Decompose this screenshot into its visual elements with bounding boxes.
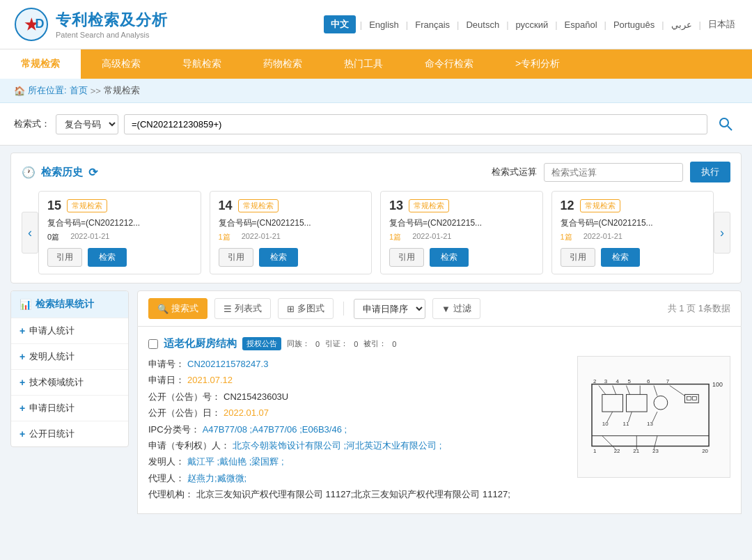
refresh-icon[interactable]: ⟳ bbox=[88, 166, 97, 179]
detail-row-appdate: 申请日： 2021.07.12 bbox=[148, 372, 567, 388]
search-action-button[interactable]: 检索 bbox=[88, 248, 127, 267]
nav-patent-analysis[interactable]: >专利分析 bbox=[494, 49, 581, 79]
stats-item-applicant[interactable]: + 申请人统计 bbox=[11, 318, 128, 343]
cite-button[interactable]: 引用 bbox=[47, 248, 82, 267]
card-date: 2022-01-21 bbox=[242, 232, 281, 242]
detail-row-agent: 代理人： 赵燕力;臧微微; bbox=[148, 470, 567, 486]
nav-navigation-search[interactable]: 导航检索 bbox=[162, 49, 242, 79]
history-header: 🕐 检索历史 ⟳ 检索式运算 执行 bbox=[22, 162, 730, 182]
card-count: 1篇 bbox=[389, 232, 401, 242]
ipc-link[interactable]: A47B77/08 ;A47B77/06 ;E06B3/46 ; bbox=[203, 421, 347, 437]
sort-select[interactable]: 申请日降序 申请日升序 公开日降序 bbox=[354, 299, 425, 319]
app-number-link[interactable]: CN202121578247.3 bbox=[187, 356, 268, 372]
applicant-link[interactable]: 北京今朝装饰设计有限公司 ;河北英迈木业有限公司 ; bbox=[233, 437, 441, 453]
filter-icon: ▼ bbox=[441, 304, 451, 314]
execute-button[interactable]: 执行 bbox=[690, 162, 730, 182]
search-type-select[interactable]: 复合号码 申请号 公开号 bbox=[56, 114, 118, 134]
detail-row-pubno: 公开（公告）号： CN215423603U bbox=[148, 389, 567, 405]
view-list-mode[interactable]: ☰ 列表式 bbox=[214, 298, 271, 319]
patent-drawing: 100 2 3 4 5 6 7 bbox=[578, 357, 730, 477]
detail-row-agency: 代理机构： 北京三友知识产权代理有限公司 11127;北京三友知识产权代理有限公… bbox=[148, 486, 567, 502]
logo-text: 专利检索及分析 Patent Search and Analysis bbox=[56, 10, 168, 39]
svg-text:1: 1 bbox=[593, 448, 596, 454]
cite-button[interactable]: 引用 bbox=[561, 248, 595, 267]
card-tag: 常规检索 bbox=[409, 199, 449, 212]
detail-row-inventor: 发明人： 戴江平 ;戴仙艳 ;梁国辉 ; bbox=[148, 453, 567, 469]
formula-input[interactable] bbox=[544, 163, 683, 182]
home-icon: 🏠 bbox=[14, 86, 25, 96]
view-search-mode[interactable]: 🔍 搜索式 bbox=[148, 298, 207, 319]
search-action-button[interactable]: 检索 bbox=[430, 248, 469, 267]
result-checkbox[interactable] bbox=[148, 339, 158, 349]
detail-row-applicant: 申请（专利权）人： 北京今朝装饰设计有限公司 ;河北英迈木业有限公司 ; bbox=[148, 437, 567, 453]
nav-bar: 常规检索 高级检索 导航检索 药物检索 热门工具 命令行检索 >专利分析 bbox=[0, 49, 752, 79]
cite-button[interactable]: 引用 bbox=[389, 248, 424, 267]
separator bbox=[343, 302, 344, 316]
pub-number: CN215423603U bbox=[224, 389, 288, 405]
detail-row-appno: 申请号： CN202121578247.3 bbox=[148, 356, 567, 372]
stats-item-pub-date[interactable]: + 公开日统计 bbox=[11, 421, 128, 446]
svg-line-4 bbox=[728, 126, 732, 130]
lang-ar[interactable]: عربي bbox=[668, 18, 695, 31]
history-cards: ‹ 15 常规检索 复合号码=(CN2021212... 0篇 2022-01-… bbox=[22, 191, 730, 274]
inventor-link[interactable]: 戴江平 ;戴仙艳 ;梁国辉 ; bbox=[187, 453, 284, 469]
search-action-button[interactable]: 检索 bbox=[259, 248, 298, 267]
stats-sidebar: 📊 检索结果统计 + 申请人统计 + 发明人统计 + 技术领域统计 + 申请日统… bbox=[10, 290, 129, 514]
svg-text:7: 7 bbox=[666, 378, 669, 384]
card-num: 15 bbox=[47, 199, 61, 213]
family-label: 同族： bbox=[287, 339, 310, 349]
lang-pt[interactable]: Português bbox=[611, 18, 657, 31]
result-details: 申请号： CN202121578247.3 申请日： 2021.07.12 公开… bbox=[148, 356, 567, 503]
stats-box: 📊 检索结果统计 + 申请人统计 + 发明人统计 + 技术领域统计 + 申请日统… bbox=[10, 290, 129, 447]
nav-advanced-search[interactable]: 高级检索 bbox=[81, 49, 162, 79]
next-arrow[interactable]: › bbox=[714, 212, 730, 254]
svg-text:5: 5 bbox=[627, 378, 631, 384]
search-submit-button[interactable] bbox=[713, 111, 738, 137]
app-date: 2021.07.12 bbox=[187, 372, 233, 388]
lang-de[interactable]: Deutsch bbox=[463, 18, 502, 31]
stats-item-tech-field[interactable]: + 技术领域统计 bbox=[11, 369, 128, 395]
agent-link[interactable]: 赵燕力;臧微微; bbox=[187, 470, 246, 486]
logo-sub: Patent Search and Analysis bbox=[56, 31, 168, 39]
lang-ja[interactable]: 日本語 bbox=[705, 17, 738, 32]
lang-zh[interactable]: 中文 bbox=[324, 15, 356, 33]
card-date: 2022-01-21 bbox=[70, 232, 109, 242]
lang-ru[interactable]: русский bbox=[513, 18, 551, 31]
search-input[interactable] bbox=[124, 114, 707, 134]
expand-icon: + bbox=[19, 325, 25, 336]
history-card-15: 15 常规检索 复合号码=(CN2021212... 0篇 2022-01-21… bbox=[38, 191, 201, 274]
search-action-button[interactable]: 检索 bbox=[601, 248, 640, 267]
svg-text:23: 23 bbox=[652, 448, 659, 454]
nav-command-search[interactable]: 命令行检索 bbox=[404, 49, 494, 79]
cited-label: 被引： bbox=[363, 339, 386, 349]
stats-title: 📊 检索结果统计 bbox=[11, 291, 128, 318]
breadcrumb-home[interactable]: 首页 bbox=[70, 84, 88, 97]
nav-hot-tools[interactable]: 热门工具 bbox=[323, 49, 404, 79]
detail-row-ipc: IPC分类号： A47B77/08 ;A47B77/06 ;E06B3/46 ; bbox=[148, 421, 567, 437]
lang-es[interactable]: Español bbox=[562, 18, 600, 31]
patent-title[interactable]: 适老化厨房结构 bbox=[164, 337, 237, 350]
svg-text:D: D bbox=[36, 17, 45, 31]
lang-en[interactable]: English bbox=[366, 18, 402, 31]
lang-fr[interactable]: Français bbox=[412, 18, 453, 31]
filter-button[interactable]: ▼ 过滤 bbox=[432, 298, 480, 319]
stats-item-app-date[interactable]: + 申请日统计 bbox=[11, 395, 128, 421]
svg-text:4: 4 bbox=[616, 378, 620, 384]
card-num: 12 bbox=[561, 199, 574, 213]
stats-item-inventor[interactable]: + 发明人统计 bbox=[11, 343, 128, 369]
prev-arrow[interactable]: ‹ bbox=[22, 212, 38, 254]
nav-regular-search[interactable]: 常规检索 bbox=[0, 49, 81, 79]
view-grid-mode[interactable]: ⊞ 多图式 bbox=[278, 298, 334, 319]
family-value: 0 bbox=[315, 340, 320, 348]
result-body: 申请号： CN202121578247.3 申请日： 2021.07.12 公开… bbox=[148, 356, 730, 503]
search-icon bbox=[719, 117, 733, 131]
cite-button[interactable]: 引用 bbox=[219, 248, 253, 267]
cited-value: 0 bbox=[392, 340, 396, 348]
results-toolbar: 🔍 搜索式 ☰ 列表式 ⊞ 多图式 申请日降序 申请日升序 公开日降序 ▼ 过滤… bbox=[137, 290, 742, 327]
detail-row-pubdate: 公开（公告）日： 2022.01.07 bbox=[148, 405, 567, 421]
card-tag: 常规检索 bbox=[580, 199, 620, 212]
nav-drug-search[interactable]: 药物检索 bbox=[242, 49, 323, 79]
citation-value: 0 bbox=[354, 340, 358, 348]
citation-label: 引证： bbox=[325, 339, 348, 349]
card-count: 0篇 bbox=[47, 232, 59, 242]
